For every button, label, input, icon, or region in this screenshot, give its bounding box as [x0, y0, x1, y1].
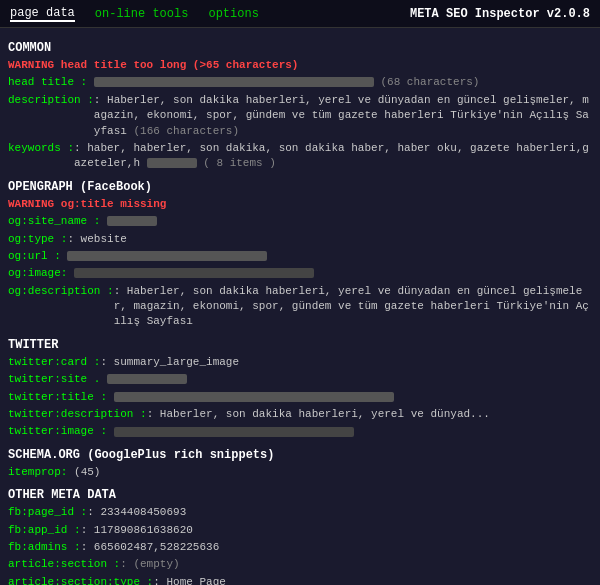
opengraph-section-title: OPENGRAPH (FaceBook) [8, 180, 592, 194]
article-section-type-row: article:section:type : : Home Page [8, 575, 592, 585]
og-type-label: og:type : [8, 232, 67, 247]
twitter-title-row: twitter:title : [8, 390, 592, 405]
common-warning-row: WARNING head title too long (>65 charact… [8, 58, 592, 73]
og-site-name-row: og:site_name : [8, 214, 592, 229]
app-title: META SEO Inspector v2.0.8 [410, 7, 590, 21]
og-description-label: og:description : [8, 284, 114, 330]
twitter-site-value [107, 372, 592, 387]
description-label: description : [8, 93, 94, 139]
keywords-value: : haber, haberler, son dakika, son dakik… [74, 141, 592, 172]
twitter-description-value: : Haberler, son dakika haberleri, yerel … [147, 407, 592, 422]
og-description-value: : Haberler, son dakika haberleri, yerel … [114, 284, 592, 330]
article-section-type-label: article:section:type : [8, 575, 153, 585]
fb-admins-label: fb:admins : [8, 540, 81, 555]
twitter-site-label: twitter:site . [8, 372, 100, 387]
head-title-label: head title : [8, 75, 87, 90]
og-image-value [74, 266, 592, 281]
twitter-image-label: twitter:image : [8, 424, 107, 439]
article-section-type-value: : Home Page [153, 575, 592, 585]
og-image-row: og:image: [8, 266, 592, 281]
article-section-label: article:section : [8, 557, 120, 572]
fb-page-id-row: fb:page_id : : 2334408450693 [8, 505, 592, 520]
og-url-value [67, 249, 592, 264]
og-image-label: og:image: [8, 266, 67, 281]
twitter-card-row: twitter:card : : summary_large_image [8, 355, 592, 370]
fb-page-id-label: fb:page_id : [8, 505, 87, 520]
description-row: description : : Haberler, son dakika hab… [8, 93, 592, 139]
twitter-title-label: twitter:title : [8, 390, 107, 405]
twitter-image-row: twitter:image : [8, 424, 592, 439]
fb-admins-value: : 665602487,528225636 [81, 540, 592, 555]
og-url-label: og:url : [8, 249, 61, 264]
nav-page-data[interactable]: page data [10, 6, 75, 22]
twitter-card-value: : summary_large_image [100, 355, 592, 370]
og-type-row: og:type : : website [8, 232, 592, 247]
twitter-title-value [114, 390, 592, 405]
common-warning: WARNING head title too long (>65 charact… [8, 58, 298, 73]
main-content: COMMON WARNING head title too long (>65 … [0, 28, 600, 585]
og-warning: WARNING og:title missing [8, 197, 166, 212]
twitter-card-label: twitter:card : [8, 355, 100, 370]
schema-itemprop-value: (45) [74, 465, 592, 480]
og-description-row: og:description : : Haberler, son dakika … [8, 284, 592, 330]
twitter-site-row: twitter:site . [8, 372, 592, 387]
og-url-row: og:url : [8, 249, 592, 264]
common-section-title: COMMON [8, 41, 592, 55]
head-title-row: head title : (68 characters) [8, 75, 592, 90]
keywords-label: keywords : [8, 141, 74, 172]
og-site-name-value [107, 214, 592, 229]
twitter-description-row: twitter:description : : Haberler, son da… [8, 407, 592, 422]
twitter-image-value [114, 424, 592, 439]
og-type-value: : website [67, 232, 592, 247]
fb-page-id-value: : 2334408450693 [87, 505, 592, 520]
twitter-description-label: twitter:description : [8, 407, 147, 422]
fb-app-id-row: fb:app_id : : 117890861638620 [8, 523, 592, 538]
twitter-section-title: TWITTER [8, 338, 592, 352]
nav-options[interactable]: options [208, 7, 258, 21]
fb-admins-row: fb:admins : : 665602487,528225636 [8, 540, 592, 555]
article-section-row: article:section : : (empty) [8, 557, 592, 572]
schema-itemprop-label: itemprop: [8, 465, 67, 480]
other-section-title: OTHER META DATA [8, 488, 592, 502]
top-navigation: page data on-line tools options META SEO… [0, 0, 600, 28]
schema-itemprop-row: itemprop: (45) [8, 465, 592, 480]
fb-app-id-label: fb:app_id : [8, 523, 81, 538]
article-section-value: : (empty) [120, 557, 592, 572]
og-warning-row: WARNING og:title missing [8, 197, 592, 212]
nav-online-tools[interactable]: on-line tools [95, 7, 189, 21]
description-value: : Haberler, son dakika haberleri, yerel … [94, 93, 592, 139]
schema-section-title: SCHEMA.ORG (GooglePlus rich snippets) [8, 448, 592, 462]
keywords-row: keywords : : haber, haberler, son dakika… [8, 141, 592, 172]
og-site-name-label: og:site_name : [8, 214, 100, 229]
fb-app-id-value: : 117890861638620 [81, 523, 592, 538]
head-title-value: (68 characters) [94, 75, 592, 90]
